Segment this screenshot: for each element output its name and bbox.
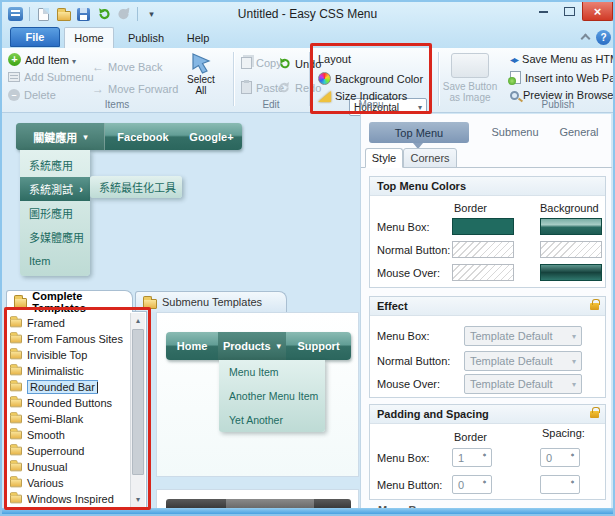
sample-menu-item[interactable]: Home — [166, 332, 218, 360]
sample-dropdown-item[interactable]: Yet Another — [219, 408, 325, 432]
list-item[interactable]: Framed — [9, 315, 65, 331]
add-item-button[interactable]: Add Item — [8, 53, 76, 66]
save-menu-as-html-label: Save Menu as HTML — [522, 53, 615, 65]
list-item[interactable]: Unusual — [9, 459, 67, 475]
scrollbar-thumb[interactable] — [132, 329, 144, 475]
preview-menu-item[interactable]: Facebook — [105, 123, 181, 150]
tab-complete-templates[interactable]: Complete Templates — [6, 290, 133, 312]
scrollbar[interactable]: ▴ ▾ — [130, 313, 145, 507]
padding-spacing-section: Padding and Spacing Border Spacing: Menu… — [369, 404, 606, 500]
normal-button-background-swatch[interactable] — [540, 241, 602, 258]
tab-file[interactable]: File — [10, 27, 60, 47]
template-label: Unusual — [27, 461, 67, 473]
preview-dropdown-item-highlighted[interactable]: 系統測試 — [20, 177, 90, 201]
html-code-icon — [510, 54, 518, 65]
sample-dropdown-item[interactable]: Another Menu Item — [219, 384, 325, 408]
preview-dropdown: 系統應用 系統測試 圖形應用 多媒體應用 Item — [20, 150, 90, 276]
menu-box-spacing-stepper[interactable]: 0 — [540, 448, 580, 467]
properties-panel: Top Menu Submenu General Style Corners T… — [360, 114, 611, 512]
menu-box-background-swatch[interactable] — [540, 218, 602, 235]
menu-button-spacing-stepper[interactable] — [540, 475, 580, 494]
menu-box-border-stepper[interactable]: 1 — [452, 448, 492, 467]
menu-button-border-stepper[interactable]: 0 — [452, 475, 492, 494]
menu-box-border-swatch[interactable] — [452, 218, 514, 235]
list-item[interactable]: From Famous Sites — [9, 331, 123, 347]
preview-menu-item[interactable]: Google+ — [181, 123, 242, 150]
tab-general[interactable]: General — [549, 126, 609, 138]
stepper-value: 0 — [458, 479, 464, 491]
maximize-button[interactable] — [556, 2, 582, 21]
preview-dropdown-item[interactable]: 系統應用 — [20, 153, 90, 177]
section-title: Padding and Spacing — [370, 405, 605, 424]
title-bar: Untitled - Easy CSS Menu File Home Publi… — [2, 2, 613, 48]
list-item[interactable]: Smooth — [9, 427, 65, 443]
list-item[interactable]: Semi-Blank — [9, 411, 83, 427]
copy-button[interactable]: Copy — [241, 57, 282, 69]
rename-input[interactable]: Rounded Bar — [27, 380, 98, 394]
templates-list: Framed From Famous Sites Invisible Top M… — [6, 311, 147, 509]
normal-button-effect-select[interactable]: Template Default — [464, 351, 582, 371]
mouse-over-border-swatch[interactable] — [452, 264, 514, 281]
list-item[interactable]: Various — [9, 475, 63, 491]
tab-help[interactable]: Help — [178, 27, 218, 48]
normal-button-border-swatch[interactable] — [452, 241, 514, 258]
add-item-label: Add Item — [25, 54, 76, 66]
list-item[interactable]: Rounded Buttons — [9, 395, 112, 411]
help-icon[interactable]: ? — [596, 30, 611, 45]
move-back-button[interactable]: ← Move Back — [92, 60, 162, 74]
select-all-button[interactable]: Select All — [178, 52, 224, 96]
subtab-style[interactable]: Style — [365, 148, 403, 168]
sample-menu-item[interactable]: Support — [286, 332, 351, 360]
redo-ribbon-button[interactable]: Redo — [278, 81, 321, 94]
list-item[interactable]: Superround — [9, 443, 85, 459]
group-divider — [309, 52, 310, 106]
list-item[interactable]: Windows Inspired — [9, 491, 114, 507]
mouse-over-background-swatch[interactable] — [540, 264, 602, 281]
effect-section: Effect Menu Box: Template Default Normal… — [369, 296, 606, 398]
menu-box-label: Menu Box: — [377, 221, 430, 233]
menu-box-label: Menu Box: — [377, 452, 430, 464]
sample-dropdown-item[interactable]: Menu Item — [219, 360, 325, 384]
save-button-as-image-label2: as Image — [449, 92, 490, 103]
close-button[interactable] — [582, 2, 613, 21]
preview-flyout-item[interactable]: 系統最佳化工具 — [90, 176, 182, 198]
tab-publish[interactable]: Publish — [118, 27, 174, 48]
list-item-selected[interactable]: Rounded Bar — [9, 379, 98, 395]
preview-dropdown-item[interactable]: Item — [20, 249, 90, 273]
folder-icon — [10, 463, 22, 472]
mouse-over-effect-select[interactable]: Template Default — [464, 374, 582, 394]
background-column-header: Background — [540, 202, 599, 214]
undo-ribbon-button[interactable]: Undo — [278, 57, 321, 70]
tab-home[interactable]: Home — [64, 27, 114, 48]
move-forward-button[interactable]: → Move Forward — [92, 82, 178, 96]
image-placeholder-icon — [451, 53, 489, 78]
sample-menu-item-open[interactable]: Products — [218, 332, 286, 360]
scroll-up-icon[interactable]: ▴ — [131, 313, 145, 328]
template-label: From Famous Sites — [27, 333, 123, 345]
save-menu-as-html-button[interactable]: Save Menu as HTML — [510, 53, 615, 65]
tab-submenu-templates[interactable]: Submenu Templates — [135, 291, 287, 312]
minimize-button[interactable] — [530, 2, 556, 21]
add-submenu-button[interactable]: Add Submenu — [8, 71, 94, 83]
menu-box-effect-select[interactable]: Template Default — [464, 326, 582, 346]
insert-into-web-page-label: Insert into Web Page — [525, 72, 615, 84]
list-item[interactable]: Minimalistic — [9, 363, 84, 379]
effect-value: Template Default — [470, 378, 553, 390]
insert-into-web-page-button[interactable]: Insert into Web Page — [510, 71, 615, 84]
preview-dropdown-item[interactable]: 圖形應用 — [20, 201, 90, 225]
tab-top-menu[interactable]: Top Menu — [369, 122, 469, 143]
collapse-ribbon-icon[interactable] — [581, 34, 591, 44]
save-button-as-image-button[interactable]: Save Button as Image — [438, 53, 502, 103]
section-title: Top Menu Colors — [370, 177, 605, 196]
preview-dropdown-item[interactable]: 多媒體應用 — [20, 225, 90, 249]
list-item[interactable]: Invisible Top — [9, 347, 87, 363]
tab-submenu[interactable]: Submenu — [479, 126, 551, 138]
template-preview-card: Home Products Support Menu Item Another … — [156, 312, 359, 477]
menu-button-label: Menu Button: — [377, 479, 442, 491]
background-color-button[interactable]: Background Color — [318, 72, 423, 85]
preview-menu-item-active[interactable]: 關鍵應用 — [16, 123, 105, 150]
effect-value: Template Default — [470, 330, 553, 342]
normal-button-label: Normal Button: — [377, 355, 450, 367]
scroll-down-icon[interactable]: ▾ — [131, 492, 145, 507]
subtab-corners[interactable]: Corners — [403, 148, 457, 168]
